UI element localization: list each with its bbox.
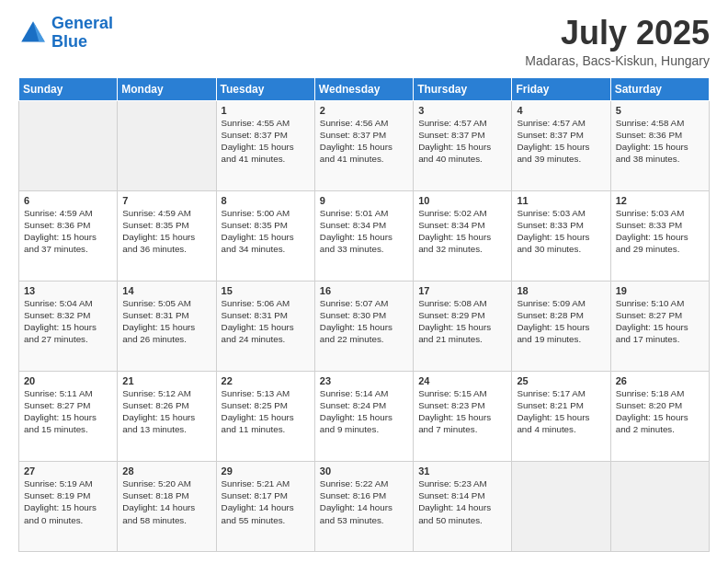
- logo-line1: General: [51, 14, 113, 32]
- day-number: 24: [418, 375, 506, 386]
- day-info: Sunrise: 5:18 AM Sunset: 8:20 PM Dayligh…: [616, 387, 704, 436]
- col-saturday: Saturday: [610, 77, 709, 100]
- day-info: Sunrise: 5:09 AM Sunset: 8:28 PM Dayligh…: [517, 297, 605, 346]
- day-info: Sunrise: 5:01 AM Sunset: 8:34 PM Dayligh…: [320, 207, 408, 256]
- calendar-cell: 27Sunrise: 5:19 AM Sunset: 8:19 PM Dayli…: [19, 461, 118, 551]
- calendar-cell: 29Sunrise: 5:21 AM Sunset: 8:17 PM Dayli…: [216, 461, 314, 551]
- calendar-cell: [118, 100, 216, 190]
- day-info: Sunrise: 5:14 AM Sunset: 8:24 PM Dayligh…: [320, 387, 408, 436]
- day-number: 27: [24, 465, 112, 477]
- week-row-1: 6Sunrise: 4:59 AM Sunset: 8:36 PM Daylig…: [19, 190, 710, 281]
- calendar-cell: 20Sunrise: 5:11 AM Sunset: 8:27 PM Dayli…: [19, 371, 118, 461]
- day-number: 10: [418, 195, 506, 206]
- day-info: Sunrise: 4:57 AM Sunset: 8:37 PM Dayligh…: [517, 117, 605, 166]
- subtitle: Madaras, Bacs-Kiskun, Hungary: [525, 53, 710, 68]
- day-info: Sunrise: 5:17 AM Sunset: 8:21 PM Dayligh…: [517, 387, 605, 436]
- week-row-3: 20Sunrise: 5:11 AM Sunset: 8:27 PM Dayli…: [19, 371, 710, 461]
- calendar-header: Sunday Monday Tuesday Wednesday Thursday…: [19, 77, 710, 100]
- col-friday: Friday: [512, 77, 610, 100]
- day-info: Sunrise: 5:13 AM Sunset: 8:25 PM Dayligh…: [222, 387, 310, 436]
- day-number: 11: [517, 195, 605, 206]
- calendar-cell: 19Sunrise: 5:10 AM Sunset: 8:27 PM Dayli…: [610, 281, 709, 371]
- day-info: Sunrise: 4:58 AM Sunset: 8:36 PM Dayligh…: [616, 117, 704, 166]
- header-row: Sunday Monday Tuesday Wednesday Thursday…: [19, 77, 710, 100]
- col-sunday: Sunday: [19, 77, 118, 100]
- day-info: Sunrise: 5:21 AM Sunset: 8:17 PM Dayligh…: [222, 477, 310, 526]
- calendar-cell: 30Sunrise: 5:22 AM Sunset: 8:16 PM Dayli…: [314, 461, 413, 551]
- logo-line2: Blue: [51, 32, 87, 51]
- logo-icon: [18, 18, 48, 48]
- calendar-cell: 23Sunrise: 5:14 AM Sunset: 8:24 PM Dayli…: [314, 371, 413, 461]
- calendar-cell: 24Sunrise: 5:15 AM Sunset: 8:23 PM Dayli…: [414, 371, 512, 461]
- day-number: 5: [616, 105, 704, 116]
- calendar-cell: 22Sunrise: 5:13 AM Sunset: 8:25 PM Dayli…: [216, 371, 314, 461]
- day-info: Sunrise: 5:15 AM Sunset: 8:23 PM Dayligh…: [418, 387, 506, 436]
- day-info: Sunrise: 5:19 AM Sunset: 8:19 PM Dayligh…: [24, 477, 112, 526]
- day-number: 19: [616, 285, 704, 296]
- calendar-cell: [19, 100, 118, 190]
- day-info: Sunrise: 4:55 AM Sunset: 8:37 PM Dayligh…: [222, 117, 310, 166]
- logo-text: General Blue: [51, 15, 113, 52]
- day-number: 21: [122, 375, 210, 386]
- calendar-cell: 16Sunrise: 5:07 AM Sunset: 8:30 PM Dayli…: [314, 281, 413, 371]
- calendar-cell: 26Sunrise: 5:18 AM Sunset: 8:20 PM Dayli…: [610, 371, 709, 461]
- day-info: Sunrise: 5:20 AM Sunset: 8:18 PM Dayligh…: [122, 477, 210, 526]
- day-info: Sunrise: 4:59 AM Sunset: 8:35 PM Dayligh…: [122, 207, 210, 256]
- calendar-cell: 17Sunrise: 5:08 AM Sunset: 8:29 PM Dayli…: [414, 281, 512, 371]
- col-tuesday: Tuesday: [216, 77, 314, 100]
- day-number: 23: [320, 375, 408, 386]
- calendar-cell: 11Sunrise: 5:03 AM Sunset: 8:33 PM Dayli…: [512, 190, 610, 281]
- col-wednesday: Wednesday: [314, 77, 413, 100]
- day-number: 8: [222, 195, 310, 206]
- calendar-cell: 28Sunrise: 5:20 AM Sunset: 8:18 PM Dayli…: [118, 461, 216, 551]
- week-row-0: 1Sunrise: 4:55 AM Sunset: 8:37 PM Daylig…: [19, 100, 710, 190]
- calendar-cell: [610, 461, 709, 551]
- calendar-cell: 12Sunrise: 5:03 AM Sunset: 8:33 PM Dayli…: [610, 190, 709, 281]
- day-info: Sunrise: 4:59 AM Sunset: 8:36 PM Dayligh…: [24, 207, 112, 256]
- day-number: 28: [122, 465, 210, 477]
- title-block: July 2025 Madaras, Bacs-Kiskun, Hungary: [525, 15, 710, 68]
- calendar-cell: 14Sunrise: 5:05 AM Sunset: 8:31 PM Dayli…: [118, 281, 216, 371]
- day-info: Sunrise: 5:08 AM Sunset: 8:29 PM Dayligh…: [418, 297, 506, 346]
- calendar-cell: 3Sunrise: 4:57 AM Sunset: 8:37 PM Daylig…: [414, 100, 512, 190]
- day-info: Sunrise: 5:02 AM Sunset: 8:34 PM Dayligh…: [418, 207, 506, 256]
- day-info: Sunrise: 5:12 AM Sunset: 8:26 PM Dayligh…: [122, 387, 210, 436]
- col-monday: Monday: [118, 77, 216, 100]
- calendar-cell: 31Sunrise: 5:23 AM Sunset: 8:14 PM Dayli…: [414, 461, 512, 551]
- calendar-cell: 7Sunrise: 4:59 AM Sunset: 8:35 PM Daylig…: [118, 190, 216, 281]
- day-number: 25: [517, 375, 605, 386]
- day-info: Sunrise: 5:00 AM Sunset: 8:35 PM Dayligh…: [222, 207, 310, 256]
- day-info: Sunrise: 4:56 AM Sunset: 8:37 PM Dayligh…: [320, 117, 408, 166]
- day-number: 9: [320, 195, 408, 206]
- day-number: 1: [222, 105, 310, 116]
- day-number: 31: [418, 465, 506, 477]
- calendar-cell: 9Sunrise: 5:01 AM Sunset: 8:34 PM Daylig…: [314, 190, 413, 281]
- day-number: 18: [517, 285, 605, 296]
- calendar-cell: 2Sunrise: 4:56 AM Sunset: 8:37 PM Daylig…: [314, 100, 413, 190]
- day-number: 29: [222, 465, 310, 477]
- day-info: Sunrise: 5:03 AM Sunset: 8:33 PM Dayligh…: [616, 207, 704, 256]
- day-number: 7: [122, 195, 210, 206]
- day-number: 14: [122, 285, 210, 296]
- day-info: Sunrise: 5:03 AM Sunset: 8:33 PM Dayligh…: [517, 207, 605, 256]
- day-info: Sunrise: 5:23 AM Sunset: 8:14 PM Dayligh…: [418, 477, 506, 526]
- day-number: 12: [616, 195, 704, 206]
- header: General Blue July 2025 Madaras, Bacs-Kis…: [18, 15, 710, 68]
- calendar-cell: 25Sunrise: 5:17 AM Sunset: 8:21 PM Dayli…: [512, 371, 610, 461]
- day-number: 26: [616, 375, 704, 386]
- day-number: 30: [320, 465, 408, 477]
- day-info: Sunrise: 4:57 AM Sunset: 8:37 PM Dayligh…: [418, 117, 506, 166]
- day-number: 3: [418, 105, 506, 116]
- day-number: 15: [222, 285, 310, 296]
- day-info: Sunrise: 5:10 AM Sunset: 8:27 PM Dayligh…: [616, 297, 704, 346]
- week-row-2: 13Sunrise: 5:04 AM Sunset: 8:32 PM Dayli…: [19, 281, 710, 371]
- day-info: Sunrise: 5:05 AM Sunset: 8:31 PM Dayligh…: [122, 297, 210, 346]
- main-title: July 2025: [525, 15, 710, 52]
- calendar-cell: 5Sunrise: 4:58 AM Sunset: 8:36 PM Daylig…: [610, 100, 709, 190]
- day-info: Sunrise: 5:06 AM Sunset: 8:31 PM Dayligh…: [222, 297, 310, 346]
- page: General Blue July 2025 Madaras, Bacs-Kis…: [0, 0, 728, 563]
- day-info: Sunrise: 5:07 AM Sunset: 8:30 PM Dayligh…: [320, 297, 408, 346]
- calendar-cell: 18Sunrise: 5:09 AM Sunset: 8:28 PM Dayli…: [512, 281, 610, 371]
- calendar-cell: 6Sunrise: 4:59 AM Sunset: 8:36 PM Daylig…: [19, 190, 118, 281]
- day-number: 2: [320, 105, 408, 116]
